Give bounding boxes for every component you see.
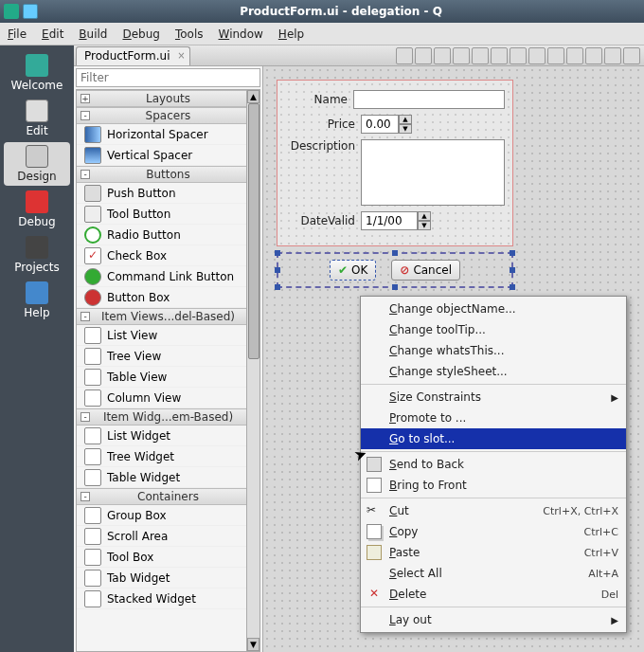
widget-item[interactable]: Check Box (77, 245, 259, 266)
resize-handle[interactable] (392, 284, 398, 290)
resize-handle[interactable] (275, 267, 280, 273)
menu-item[interactable]: Select AllAlt+A (361, 563, 626, 584)
category-header[interactable]: +Layouts (77, 90, 259, 107)
tool-btn[interactable] (585, 47, 602, 64)
filter-input[interactable] (76, 68, 260, 87)
widget-item[interactable]: Scroll Area (77, 526, 259, 547)
widget-item[interactable]: Stacked Widget (77, 589, 259, 609)
expand-icon[interactable]: - (80, 111, 90, 120)
widget-list[interactable]: +Layouts-SpacersHorizontal SpacerVertica… (76, 89, 260, 652)
tab-productform[interactable]: ProductForm.ui × (76, 46, 190, 65)
tool-btn[interactable] (547, 47, 564, 64)
menu-item[interactable]: CopyCtrl+C (361, 521, 626, 542)
close-icon[interactable]: × (177, 50, 185, 61)
resize-handle[interactable] (510, 250, 515, 256)
menu-item[interactable]: Lay out▶ (361, 609, 626, 630)
widget-item[interactable]: Tree Widget (77, 446, 259, 467)
widget-item[interactable]: Tree View (77, 346, 259, 367)
menu-file[interactable]: File (8, 27, 27, 41)
menu-item[interactable]: Size Constraints▶ (361, 387, 626, 408)
resize-handle[interactable] (275, 284, 280, 290)
menu-window[interactable]: Window (219, 27, 263, 41)
spin-up-icon[interactable]: ▲ (418, 211, 431, 221)
resize-handle[interactable] (510, 267, 515, 273)
menu-item[interactable]: Change styleSheet... (361, 361, 626, 382)
widget-item[interactable]: Vertical Spacer (77, 145, 259, 166)
expand-icon[interactable]: - (80, 312, 90, 321)
widget-item[interactable]: Table View (77, 367, 259, 388)
menu-item[interactable]: Change objectName... (361, 299, 626, 319)
mode-debug[interactable]: Debug (4, 188, 70, 231)
resize-handle[interactable] (392, 250, 398, 256)
tool-btn[interactable] (623, 47, 640, 64)
mode-design[interactable]: Design (4, 142, 70, 186)
spin-down-icon[interactable]: ▼ (418, 221, 431, 230)
menu-build[interactable]: Build (79, 27, 107, 41)
menu-edit[interactable]: Edit (42, 27, 63, 41)
category-header[interactable]: -Spacers (77, 107, 259, 124)
tool-btn[interactable] (434, 47, 451, 64)
resize-handle[interactable] (510, 284, 515, 290)
tool-btn[interactable] (491, 47, 508, 64)
mode-edit[interactable]: Edit (4, 97, 70, 140)
widget-item[interactable]: List Widget (77, 426, 259, 446)
menu-item[interactable]: Promote to ... (361, 408, 626, 428)
category-header[interactable]: -Containers (77, 488, 259, 505)
cancel-button[interactable]: ⊘Cancel (391, 260, 460, 281)
menu-item[interactable]: Change whatsThis... (361, 340, 626, 361)
desc-field[interactable] (361, 139, 505, 206)
name-field[interactable] (353, 90, 505, 109)
mode-help[interactable]: Help (4, 279, 70, 322)
tool-btn[interactable] (472, 47, 489, 64)
widget-item[interactable]: Command Link Button (77, 266, 259, 287)
tool-btn[interactable] (528, 47, 546, 64)
category-header[interactable]: -Buttons (77, 166, 259, 183)
scroll-down-icon[interactable]: ▼ (247, 638, 259, 651)
menu-item[interactable]: PasteCtrl+V (361, 542, 626, 563)
tool-btn[interactable] (415, 47, 432, 64)
scroll-thumb[interactable] (248, 103, 259, 359)
widget-item[interactable]: Push Button (77, 183, 259, 204)
menu-debug[interactable]: Debug (122, 27, 159, 41)
widget-item[interactable]: Group Box (77, 505, 259, 526)
widget-item[interactable]: Radio Button (77, 225, 259, 245)
ok-button[interactable]: ✔OK (330, 260, 376, 281)
widget-item[interactable]: Horizontal Spacer (77, 124, 259, 145)
menu-item[interactable]: Go to slot... (361, 428, 626, 449)
menu-help[interactable]: Help (278, 27, 304, 41)
widget-item[interactable]: Button Box (77, 287, 259, 308)
tool-btn[interactable] (604, 47, 621, 64)
menu-item[interactable]: Bring to Front (361, 475, 626, 496)
expand-icon[interactable]: - (80, 412, 90, 422)
expand-icon[interactable]: - (80, 492, 90, 501)
category-header[interactable]: -Item Widg...em-Based) (77, 408, 259, 426)
menu-item[interactable]: DeleteDel (361, 584, 626, 605)
scroll-up-icon[interactable]: ▲ (247, 90, 259, 103)
spin-down-icon[interactable]: ▼ (399, 124, 412, 134)
widget-item[interactable]: Tab Widget (77, 568, 259, 589)
widget-item[interactable]: Table Widget (77, 467, 259, 488)
scrollbar[interactable]: ▲ ▼ (246, 90, 259, 651)
mode-welcome[interactable]: Welcome (4, 51, 70, 95)
expand-icon[interactable]: - (80, 170, 90, 179)
tool-btn[interactable] (396, 47, 413, 64)
resize-handle[interactable] (275, 250, 280, 256)
spin-up-icon[interactable]: ▲ (399, 115, 412, 124)
expand-icon[interactable]: + (80, 94, 90, 103)
menu-item[interactable]: Send to Back (361, 454, 626, 475)
widget-item[interactable]: List View (77, 325, 259, 346)
menu-tools[interactable]: Tools (175, 27, 204, 41)
date-field[interactable] (361, 211, 418, 230)
widget-item[interactable]: Tool Box (77, 547, 259, 568)
widget-item[interactable]: Column View (77, 388, 259, 408)
mode-projects[interactable]: Projects (4, 233, 70, 277)
category-header[interactable]: -Item Views...del-Based) (77, 308, 259, 325)
menu-item[interactable]: CutCtrl+X, Ctrl+X (361, 500, 626, 521)
menu-item[interactable]: Change toolTip... (361, 319, 626, 340)
tool-btn[interactable] (510, 47, 527, 64)
price-field[interactable] (361, 115, 399, 134)
tool-btn[interactable] (566, 47, 583, 64)
widget-item[interactable]: Tool Button (77, 204, 259, 225)
tool-btn[interactable] (453, 47, 470, 64)
button-box[interactable]: ✔OK ⊘Cancel (277, 252, 513, 288)
